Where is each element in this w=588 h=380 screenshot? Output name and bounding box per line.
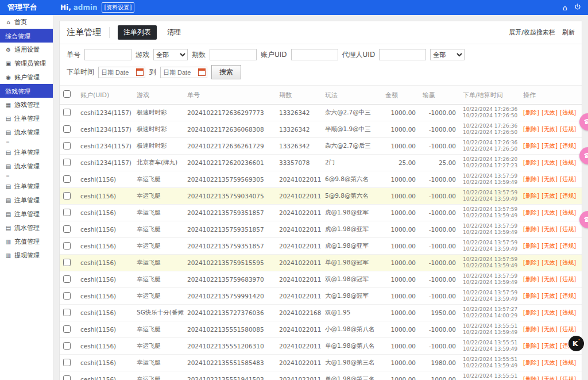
row-action[interactable]: [删除] xyxy=(523,309,539,316)
row-checkbox[interactable] xyxy=(63,192,71,199)
row-action[interactable]: [删除] xyxy=(523,126,539,132)
game-select[interactable]: 全部 xyxy=(153,49,188,60)
row-checkbox[interactable] xyxy=(63,375,71,380)
row-checkbox[interactable] xyxy=(63,175,71,183)
row-action[interactable]: [无效] xyxy=(541,176,558,182)
row-action[interactable]: [无效] xyxy=(541,359,558,366)
row-action[interactable]: [无效] xyxy=(541,243,558,249)
sidebar-section-general-mgmt[interactable]: 综合管理 xyxy=(0,29,53,43)
sidebar-section-game-mgmt-section[interactable]: 游戏管理 xyxy=(0,84,53,98)
row-action[interactable]: [删除] xyxy=(523,226,539,232)
row-action[interactable]: [删除] xyxy=(523,159,539,166)
calendar-icon[interactable] xyxy=(136,68,144,76)
row-action[interactable]: [删除] xyxy=(523,343,539,349)
row-checkbox[interactable] xyxy=(63,309,71,316)
row-action[interactable]: [删除] xyxy=(523,143,539,149)
row-action[interactable]: [无效] xyxy=(541,376,558,380)
sidebar-item-game-mgmt[interactable]: ▦游戏管理 xyxy=(0,98,53,112)
row-action[interactable]: [违规] xyxy=(560,309,576,316)
row-action[interactable]: [无效] xyxy=(541,193,558,199)
row-action[interactable]: [删除] xyxy=(523,176,539,182)
row-action[interactable]: [删除] xyxy=(523,209,539,216)
row-action[interactable]: [违规] xyxy=(560,226,576,232)
row-action[interactable]: [删除] xyxy=(523,359,539,366)
row-action[interactable]: [违规] xyxy=(560,159,576,166)
row-action[interactable]: [删除] xyxy=(523,376,539,380)
sidebar-item-flow-mgmt-3[interactable]: ▤流水管理 xyxy=(0,221,53,235)
row-action[interactable]: [删除] xyxy=(523,259,539,266)
row-action[interactable]: [违规] xyxy=(560,176,576,182)
agent-uid-input[interactable] xyxy=(379,49,426,60)
row-action[interactable]: [无效] xyxy=(541,159,558,166)
row-action[interactable]: [删除] xyxy=(523,243,539,249)
sidebar-item-flow-mgmt-1[interactable]: ▤流水管理 xyxy=(0,125,53,139)
row-checkbox[interactable] xyxy=(63,125,71,133)
tab-cleanup[interactable]: 清理 xyxy=(161,25,187,40)
row-action[interactable]: [无效] xyxy=(541,343,558,349)
row-action[interactable]: [违规] xyxy=(560,326,576,332)
row-checkbox[interactable] xyxy=(63,109,71,116)
sidebar-item-general-settings[interactable]: ⚙通用设置 xyxy=(0,43,53,56)
sidebar-item-bet-mgmt-4[interactable]: ▤注单管理 xyxy=(0,193,53,207)
row-action[interactable]: [无效] xyxy=(541,143,558,149)
sidebar-item-withdraw-mgmt[interactable]: ▥提现管理 xyxy=(0,248,53,262)
toggle-search-bar-link[interactable]: 展开/收起搜索栏 xyxy=(509,28,555,37)
row-action[interactable]: [删除] xyxy=(523,109,539,116)
sidebar-item-account-mgmt[interactable]: ◉账户管理 xyxy=(0,70,53,84)
row-checkbox[interactable] xyxy=(63,325,71,333)
sidebar-item-bet-mgmt-5[interactable]: ▤注单管理 xyxy=(0,207,53,221)
row-checkbox[interactable] xyxy=(63,359,71,366)
row-action[interactable]: [无效] xyxy=(541,276,558,282)
row-action[interactable]: [违规] xyxy=(560,359,576,366)
search-button[interactable]: 搜索 xyxy=(211,65,241,79)
period-input[interactable] xyxy=(210,49,257,60)
refresh-link[interactable]: 刷新 xyxy=(562,28,575,37)
row-action[interactable]: [无效] xyxy=(541,109,558,116)
row-action[interactable]: [无效] xyxy=(541,293,558,299)
sidebar-item-bet-mgmt-3[interactable]: ▤注单管理 xyxy=(0,179,53,193)
calendar-icon[interactable] xyxy=(198,68,206,76)
profile-settings-link[interactable]: [资料设置] xyxy=(102,2,135,13)
row-action[interactable]: [违规] xyxy=(560,109,576,116)
row-action[interactable]: [无效] xyxy=(541,126,558,132)
row-action[interactable]: [无效] xyxy=(541,309,558,316)
sidebar-item-flow-mgmt-2[interactable]: ▤流水管理 xyxy=(0,159,53,173)
row-action[interactable]: [删除] xyxy=(523,326,539,332)
order-no-input[interactable] xyxy=(84,49,131,60)
row-action[interactable]: [违规] xyxy=(560,276,576,282)
tab-bet-list[interactable]: 注单列表 xyxy=(118,25,157,40)
row-checkbox[interactable] xyxy=(63,242,71,250)
row-action[interactable]: [违规] xyxy=(560,209,576,216)
account-uid-input[interactable] xyxy=(291,49,338,60)
row-checkbox[interactable] xyxy=(63,342,71,350)
row-action[interactable]: [无效] xyxy=(541,259,558,266)
status-select[interactable]: 全部 xyxy=(430,49,465,60)
sidebar-item-bet-mgmt-2[interactable]: ▤注单管理 xyxy=(0,145,53,159)
row-action[interactable]: [违规] xyxy=(560,126,576,132)
row-action[interactable]: [违规] xyxy=(560,143,576,149)
row-action[interactable]: [无效] xyxy=(541,226,558,232)
row-action[interactable]: [违规] xyxy=(560,243,576,249)
row-action[interactable]: [无效] xyxy=(541,326,558,332)
select-all-checkbox[interactable] xyxy=(63,90,71,98)
home-icon[interactable]: ⌂ xyxy=(563,4,567,11)
row-action[interactable]: [删除] xyxy=(523,293,539,299)
row-action[interactable]: [违规] xyxy=(560,376,576,380)
row-action[interactable]: [无效] xyxy=(541,209,558,216)
row-checkbox[interactable] xyxy=(63,142,71,149)
brand-bubble-logo[interactable]: K° xyxy=(568,336,584,351)
row-action[interactable]: [删除] xyxy=(523,193,539,199)
row-checkbox[interactable] xyxy=(63,259,71,266)
sidebar-item-admin-mgmt[interactable]: ▣管理员管理 xyxy=(0,56,53,70)
row-checkbox[interactable] xyxy=(63,292,71,300)
sidebar-item-recharge-mgmt[interactable]: ▥充值管理 xyxy=(0,235,53,248)
row-checkbox[interactable] xyxy=(63,275,71,283)
sidebar-item-home[interactable]: ⌂首页 xyxy=(0,15,53,29)
row-checkbox[interactable] xyxy=(63,225,71,233)
row-action[interactable]: [违规] xyxy=(560,193,576,199)
power-icon[interactable] xyxy=(574,3,581,11)
row-action[interactable]: [违规] xyxy=(560,293,576,299)
row-action[interactable]: [违规] xyxy=(560,259,576,266)
sidebar-item-bet-mgmt-1[interactable]: ▤注单管理 xyxy=(0,112,53,125)
row-checkbox[interactable] xyxy=(63,209,71,216)
